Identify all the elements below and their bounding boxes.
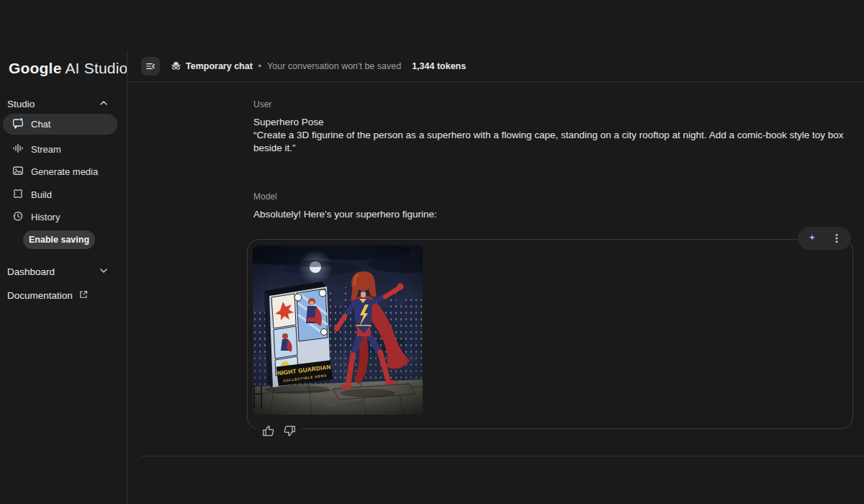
response-hover-toolbar <box>798 227 851 250</box>
collapse-sidebar-button[interactable] <box>141 57 160 76</box>
temporary-chat-icon <box>171 60 181 71</box>
user-role-label: User <box>253 99 271 109</box>
separator-dot: • <box>258 61 261 71</box>
generated-figurine-image[interactable]: NIGHT GUARDIAN COLLECTIBLE HERO <box>253 246 423 415</box>
sidebar-section-studio[interactable]: Studio <box>7 94 109 114</box>
topbar: Temporary chat • Your conversation won't… <box>127 50 864 82</box>
chat-bubble-icon <box>12 117 24 131</box>
sidebar-item-build[interactable]: Build <box>3 184 117 205</box>
thumbs-up-icon <box>262 425 274 437</box>
logo-suffix: AI Studio <box>62 60 128 76</box>
sparkle-button[interactable] <box>806 233 818 244</box>
thumbs-down-icon <box>284 425 296 437</box>
dashboard-label: Dashboard <box>7 266 55 277</box>
history-icon <box>12 210 24 224</box>
waveform-icon <box>12 143 24 156</box>
sidebar-item-history[interactable]: History <box>3 207 117 228</box>
thumbs-down-button[interactable] <box>284 425 296 437</box>
user-message-prompt: “Create a 3D figurine of the person as a… <box>253 129 845 155</box>
sidebar-item-label: Chat <box>31 119 50 130</box>
google-ai-studio-app: Google AI Studio Studio Chat Stream Gene <box>0 0 864 504</box>
sidebar-section-dashboard[interactable]: Dashboard <box>7 261 109 282</box>
sidebar-item-label: Stream <box>31 144 61 155</box>
app-logo[interactable]: Google AI Studio <box>9 60 127 77</box>
enable-saving-button[interactable]: Enable saving <box>23 230 95 249</box>
user-message[interactable]: Superhero Pose “Create a 3D figurine of … <box>253 116 845 155</box>
build-icon <box>12 188 24 202</box>
figurine-illustration: NIGHT GUARDIAN COLLECTIBLE HERO <box>253 246 423 415</box>
chat-title: Temporary chat <box>186 61 253 71</box>
model-response-card: NIGHT GUARDIAN COLLECTIBLE HERO <box>247 239 853 429</box>
image-icon <box>12 165 24 179</box>
temporary-chat-notice: Your conversation won't be saved <box>267 61 401 71</box>
sidebar-item-stream[interactable]: Stream <box>3 139 117 160</box>
menu-collapse-icon <box>145 60 156 72</box>
user-message-title: Superhero Pose <box>253 116 845 129</box>
external-link-icon <box>78 289 89 302</box>
chevron-up-icon <box>98 97 109 111</box>
thumbs-up-button[interactable] <box>262 425 274 437</box>
sidebar-item-label: Build <box>31 189 52 200</box>
sidebar-item-generate-media[interactable]: Generate media <box>3 161 117 182</box>
chevron-down-icon <box>98 265 109 279</box>
studio-section-label: Studio <box>7 99 35 109</box>
enable-saving-label: Enable saving <box>29 235 89 245</box>
sidebar-divider <box>127 50 127 504</box>
sidebar-item-label: History <box>31 212 60 222</box>
logo-google: Google <box>9 60 62 76</box>
model-role-label: Model <box>253 192 277 202</box>
feedback-toolbar <box>256 422 302 439</box>
three-dot-menu-icon <box>831 233 842 244</box>
sidebar-link-documentation[interactable]: Documentation <box>7 285 89 305</box>
model-message-text: Absolutely! Here's your superhero figuri… <box>253 208 437 221</box>
sidebar-item-label: Generate media <box>31 166 98 177</box>
more-options-button[interactable] <box>831 233 842 244</box>
sidebar-item-chat[interactable]: Chat <box>3 114 117 135</box>
token-count: 1,344 tokens <box>412 61 466 71</box>
turn-divider <box>141 456 864 456</box>
sparkle-icon <box>806 233 818 244</box>
documentation-label: Documentation <box>7 290 73 301</box>
